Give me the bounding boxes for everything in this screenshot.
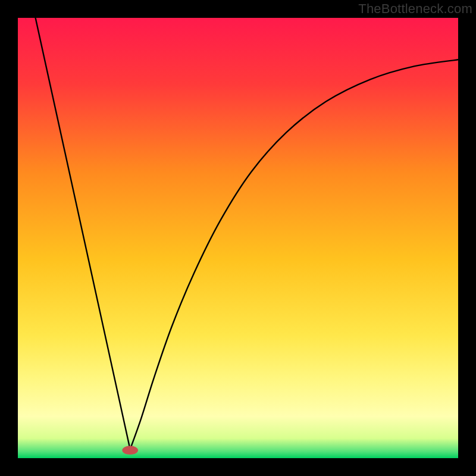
chart-frame [18,18,458,458]
bottleneck-chart [18,18,458,458]
watermark-text: TheBottleneck.com [358,1,472,17]
minimum-marker [122,446,138,455]
